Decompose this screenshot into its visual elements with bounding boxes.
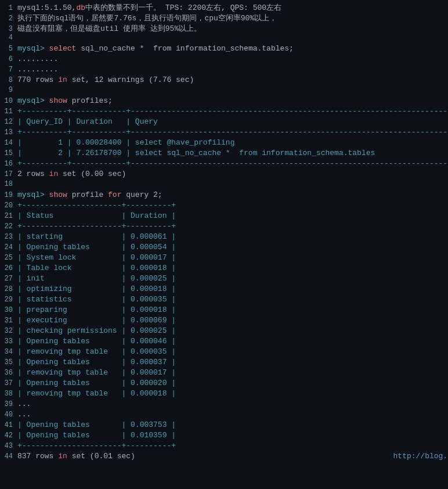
line-content: +----------+------------+---------------…	[17, 107, 448, 116]
line-content: mysql> select sql_no_cache * from inform…	[17, 44, 447, 53]
line-number: 36	[1, 369, 17, 377]
line-number: 2	[1, 15, 17, 23]
line-content: +----------------------+----------+	[17, 222, 447, 231]
line-content: | Query_ID | Duration | Query |	[17, 117, 448, 126]
line-number: 44	[1, 452, 17, 461]
line-number: 8	[1, 76, 17, 84]
line-number: 17	[1, 170, 17, 178]
line-number: 24	[1, 243, 17, 251]
line-number: 32	[1, 327, 17, 335]
line: 41| Opening tables | 0.003753 |	[0, 420, 448, 431]
line-number: 5	[1, 45, 17, 53]
line-content: | removing tmp table | 0.000017 |	[17, 368, 447, 377]
line-content: 磁盘没有阻塞，但是磁盘util 使用率 达到95%以上。	[17, 23, 447, 34]
line-content: | System lock | 0.000017 |	[17, 253, 447, 262]
line: 32| checking permissions | 0.000025 |	[0, 326, 448, 337]
line-content: | init | 0.000025 |	[17, 274, 447, 283]
line-number: 22	[1, 222, 17, 231]
line-content: | statistics | 0.000035 |	[17, 295, 447, 304]
line: 42| Opening tables | 0.010359 |	[0, 431, 448, 441]
line-content: +----------+------------+---------------…	[17, 159, 448, 168]
line: 38| removing tmp table | 0.000018 |	[0, 389, 448, 400]
line-content: ...	[17, 410, 447, 419]
line: 35| Opening tables | 0.000037 |	[0, 358, 448, 368]
line-number: 39	[1, 400, 17, 408]
line-content: | checking permissions | 0.000025 |	[17, 326, 447, 335]
line-content: mysql:5.1.50,db中表的数量不到一千。 TPS: 2200左右, Q…	[17, 2, 447, 13]
line-number: 6	[1, 55, 17, 63]
line: 27| init | 0.000025 |	[0, 274, 448, 285]
line: 2执行下面的sql语句，居然要7.76s，且执行语句期间，cpu空闲率90%以上…	[0, 13, 448, 23]
line: 29| statistics | 0.000035 |	[0, 295, 448, 305]
line-number: 34	[1, 348, 17, 356]
line: 31| executing | 0.000069 |	[0, 316, 448, 326]
line: 11+----------+------------+-------------…	[0, 107, 448, 117]
line-number: 23	[1, 233, 17, 241]
line-number: 38	[1, 390, 17, 398]
line-content: +----------------------+----------+	[17, 201, 447, 210]
line-content: | Opening tables | 0.000054 |	[17, 243, 447, 251]
line-number: 27	[1, 275, 17, 283]
line: 14| 1 | 0.00028400 | select @have_profil…	[0, 138, 448, 149]
line-number: 14	[1, 139, 17, 147]
line-content: mysql> show profile for query 2;	[17, 190, 447, 199]
line: 12| Query_ID | Duration | Query |	[0, 117, 448, 128]
line-number: 9	[1, 86, 17, 94]
line: 30| preparing | 0.000018 |	[0, 305, 448, 316]
line-number: 13	[1, 128, 17, 136]
line: 28| optimizing | 0.000018 |	[0, 285, 448, 295]
line: 40...	[0, 410, 448, 420]
line-number: 20	[1, 202, 17, 210]
line: 1mysql:5.1.50,db中表的数量不到一千。 TPS: 2200左右, …	[0, 2, 448, 13]
line-content: | Status | Duration |	[17, 211, 447, 220]
line: 3磁盘没有阻塞，但是磁盘util 使用率 达到95%以上。	[0, 23, 448, 34]
line: 18	[0, 180, 448, 190]
line-number: 40	[1, 411, 17, 419]
line: 16+----------+------------+-------------…	[0, 159, 448, 170]
line-number: 31	[1, 317, 17, 325]
line: 5mysql> select sql_no_cache * from infor…	[0, 44, 448, 55]
line: 9	[0, 86, 448, 96]
line-content: | executing | 0.000069 |	[17, 316, 447, 325]
line-number: 19	[1, 191, 17, 199]
line: 8770 rows in set, 12 warnings (7.76 sec)	[0, 75, 448, 86]
line: 7.........	[0, 65, 448, 75]
line-content: ...	[17, 400, 447, 408]
line-number: 12	[1, 118, 17, 126]
line-content: mysql> show profiles;	[17, 96, 447, 105]
line-content: | removing tmp table | 0.000018 |	[17, 389, 447, 398]
line: 23| starting | 0.000061 |	[0, 232, 448, 243]
line-number: 29	[1, 296, 17, 304]
line-number: 43	[1, 442, 17, 450]
line: 13+----------+------------+-------------…	[0, 128, 448, 138]
line: 44837 rows in set (0.01 sec) http://blog…	[0, 452, 448, 462]
line-content: 执行下面的sql语句，居然要7.76s，且执行语句期间，cpu空闲率90%以上，	[17, 13, 447, 23]
line-content: +----------------------+----------+	[17, 441, 447, 450]
line-number: 10	[1, 97, 17, 105]
line-number: 42	[1, 432, 17, 440]
line-content: | optimizing | 0.000018 |	[17, 285, 447, 293]
line: 20+----------------------+----------+	[0, 201, 448, 211]
line-content: | Table lock | 0.000018 |	[17, 264, 447, 272]
line: 26| Table lock | 0.000018 |	[0, 264, 448, 274]
line-content: .........	[17, 55, 447, 63]
line-number: 11	[1, 107, 17, 116]
line-content: | starting | 0.000061 |	[17, 232, 447, 241]
line-number: 16	[1, 160, 17, 168]
line-content: | preparing | 0.000018 |	[17, 305, 447, 314]
line: 22+----------------------+----------+	[0, 222, 448, 232]
line: 25| System lock | 0.000017 |	[0, 253, 448, 264]
line: 172 rows in set (0.00 sec)	[0, 170, 448, 180]
line-content: 770 rows in set, 12 warnings (7.76 sec)	[17, 75, 447, 84]
line: 4	[0, 34, 448, 44]
line-content: | Opening tables | 0.000037 |	[17, 358, 447, 366]
line: 36| removing tmp table | 0.000017 |	[0, 368, 448, 379]
line-number: 25	[1, 254, 17, 262]
line: 19mysql> show profile for query 2;	[0, 190, 448, 201]
line: 37| Opening tables | 0.000020 |	[0, 379, 448, 389]
line-content: 837 rows in set (0.01 sec) http://blog.c…	[17, 452, 448, 461]
line-number: 28	[1, 285, 17, 293]
line-content: | Opening tables | 0.000020 |	[17, 379, 447, 387]
line: 24| Opening tables | 0.000054 |	[0, 243, 448, 253]
line-number: 37	[1, 379, 17, 387]
